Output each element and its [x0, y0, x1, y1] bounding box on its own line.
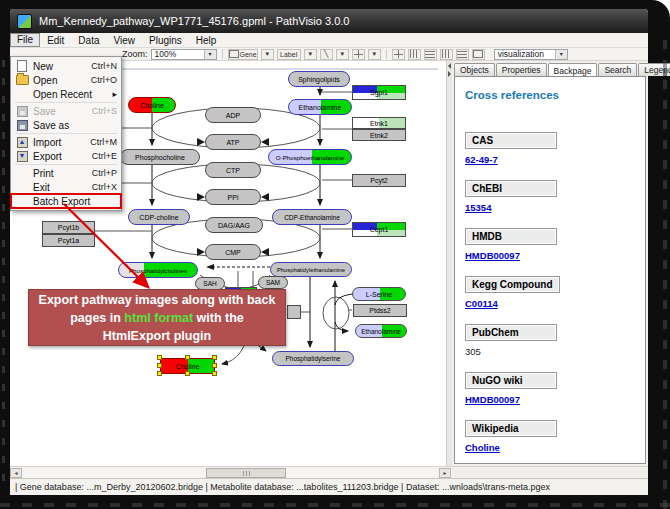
menu-file[interactable]: File — [10, 33, 40, 47]
file-menu-item-new[interactable]: NewCtrl+N — [11, 59, 121, 73]
new-label-button[interactable]: Label — [277, 49, 301, 60]
pathway-node-l-serine[interactable]: L-Serine — [352, 287, 406, 301]
file-menu-item-import[interactable]: ▲ImportCtrl+M — [11, 135, 121, 149]
pathway-node-o-phosphoethanolamine[interactable]: O-Phosphoethanolamine — [268, 149, 352, 165]
pathway-node-etnk2[interactable]: Etnk2 — [352, 129, 406, 141]
collapse-right-icon[interactable] — [448, 71, 451, 77]
chevron-down-icon[interactable]: ▾ — [555, 50, 567, 59]
horizontal-scrollbar[interactable]: ◄ ► — [10, 466, 648, 478]
pathway-node-dag-aag[interactable]: DAG/AAG — [205, 217, 263, 233]
selection-handle[interactable] — [212, 355, 217, 360]
xref-value-chebi[interactable]: 15354 — [465, 202, 635, 213]
common-width-button[interactable] — [456, 49, 469, 60]
pathway-node-ppi[interactable]: PPi — [205, 189, 261, 205]
selection-handle[interactable] — [157, 363, 162, 368]
pathway-node-phosphatidylserine[interactable]: Phosphatidylserine — [272, 351, 354, 366]
file-menu-item-export[interactable]: ▼ExportCtrl+E — [11, 149, 121, 163]
connector-tool-button[interactable] — [352, 49, 365, 60]
file-menu-item-save-as[interactable]: Save as — [11, 118, 121, 132]
xref-value-nugo-wiki[interactable]: HMDB00097 — [465, 394, 635, 405]
scrollbar-thumb[interactable] — [206, 468, 286, 478]
pathway-node-sam[interactable]: SAM — [258, 276, 288, 289]
xref-header-pubchem: PubChem — [465, 324, 557, 341]
selection-handle[interactable] — [185, 355, 190, 360]
selection-handle[interactable] — [157, 355, 162, 360]
pathway-node-ethanolamine[interactable]: Ethanolamine — [355, 324, 407, 338]
tab-legend[interactable]: Legend — [638, 63, 670, 76]
tab-objects[interactable]: Objects — [454, 63, 495, 76]
selection-handle[interactable] — [212, 371, 217, 376]
pathway-node-phosphocholine[interactable]: Phosphocholine — [120, 149, 200, 165]
pathway-node-cmp[interactable]: CMP — [205, 244, 261, 260]
pathway-node-pcyt2[interactable]: Pcyt2 — [352, 174, 406, 187]
collapse-left-icon[interactable] — [448, 63, 451, 69]
xref-header-nugo-wiki: NuGO wiki — [465, 372, 557, 389]
xref-value-hmdb[interactable]: HMDB00097 — [465, 250, 635, 261]
pathway-node-atp[interactable]: ATP — [205, 134, 261, 150]
tab-search[interactable]: Search — [598, 63, 637, 76]
file-menu-item-exit[interactable]: ExitCtrl+X — [11, 180, 121, 194]
pathway-node-adp[interactable]: ADP — [205, 107, 261, 123]
chevron-down-icon: ▾ — [265, 50, 269, 58]
pathway-node-sphingolipids[interactable]: Sphingolipids — [288, 71, 350, 87]
pathway-node-phosphatidylcholines[interactable]: Phosphatidylcholines — [118, 262, 198, 278]
panel-tabs: ObjectsPropertiesBackpageSearchLegend — [452, 61, 648, 76]
scroll-left-button[interactable]: ◄ — [10, 468, 22, 478]
pathway-node-etnk1[interactable]: Etnk1 — [352, 117, 406, 129]
new-datanode-dropdown[interactable]: ▾ — [261, 49, 274, 60]
file-menu-item-batch-export[interactable]: Batch Export — [11, 194, 121, 208]
pathway-node-pcyt1b[interactable]: Pcyt1b — [42, 221, 95, 234]
line-icon: ╲ — [324, 50, 328, 58]
file-menu-item-open[interactable]: OpenCtrl+O — [11, 73, 121, 87]
title-bar[interactable]: Mm_Kennedy_pathway_WP1771_45176.gpml - P… — [10, 9, 648, 33]
pathway-node-hidden-node-partial[interactable] — [287, 305, 301, 319]
menu-edit[interactable]: Edit — [40, 34, 71, 47]
connector-icon — [354, 50, 363, 58]
scroll-right-button[interactable]: ► — [439, 468, 451, 478]
height-icon — [473, 50, 483, 58]
zoom-combobox[interactable]: 100% ▾ — [151, 49, 217, 60]
align-center-button[interactable] — [392, 49, 405, 60]
selection-handle[interactable] — [185, 371, 190, 376]
xref-value-wikipedia[interactable]: Choline — [465, 442, 635, 453]
tab-properties[interactable]: Properties — [496, 63, 547, 76]
pathway-node-sgpl1[interactable]: Sgpl1 — [352, 85, 406, 100]
export-icon: ▼ — [14, 150, 30, 162]
menu-plugins[interactable]: Plugins — [142, 34, 189, 47]
tab-backpage[interactable]: Backpage — [548, 63, 598, 77]
file-menu-item-open-recent[interactable]: Open Recent▸ — [11, 87, 121, 101]
visualization-combobox[interactable]: visualization ▾ — [494, 49, 568, 60]
file-menu-item-save[interactable]: SaveCtrl+S — [11, 104, 121, 118]
pathway-node-ptdss2[interactable]: Ptdss2 — [353, 304, 407, 317]
xref-value-kegg-compound[interactable]: C00114 — [465, 298, 635, 309]
common-height-button[interactable] — [472, 49, 485, 60]
selection-handle[interactable] — [157, 371, 162, 376]
label-dropdown[interactable]: ▾ — [304, 49, 317, 60]
pathway-node-pcyt1a[interactable]: Pcyt1a — [42, 234, 95, 247]
menu-view[interactable]: View — [106, 34, 142, 47]
xref-value-cas[interactable]: 62-49-7 — [465, 154, 635, 165]
chevron-down-icon[interactable]: ▾ — [204, 50, 216, 59]
file-menu-item-print[interactable]: PrintCtrl+P — [11, 166, 121, 180]
line-tool-dropdown[interactable]: ▾ — [336, 49, 349, 60]
stack-vertical-button[interactable] — [440, 49, 453, 60]
align-middle-button[interactable] — [408, 49, 421, 60]
connector-dropdown[interactable]: ▾ — [368, 49, 381, 60]
menu-help[interactable]: Help — [189, 34, 224, 47]
pathway-node-ctp[interactable]: CTP — [205, 162, 261, 178]
chevron-down-icon: ▾ — [340, 50, 344, 58]
new-datanode-button[interactable]: Gene — [228, 49, 258, 60]
line-tool-button[interactable]: ╲ — [320, 49, 333, 60]
pathway-node-choline[interactable]: Choline — [128, 97, 176, 113]
pathway-node-cdp-choline[interactable]: CDP-choline — [128, 209, 190, 225]
cross-references-list: CAS62-49-7ChEBI15354HMDBHMDB00097Kegg Co… — [465, 130, 635, 453]
pathway-node-ethanolamine[interactable]: Ethanolamine — [288, 99, 352, 115]
pathway-node-cept1[interactable]: Cept1 — [352, 222, 406, 237]
stack-horizontal-button[interactable] — [424, 49, 437, 60]
pathway-node-phosphatidylethanolamine[interactable]: Phosphatidylethanolamine — [270, 262, 352, 277]
chevron-down-icon: ▾ — [372, 50, 376, 58]
pathway-node-cdp-ethanolamine[interactable]: CDP-Ethanolamine — [272, 209, 352, 225]
xref-header-kegg-compound: Kegg Compound — [465, 276, 560, 293]
menu-data[interactable]: Data — [71, 34, 106, 47]
selection-handle[interactable] — [212, 363, 217, 368]
